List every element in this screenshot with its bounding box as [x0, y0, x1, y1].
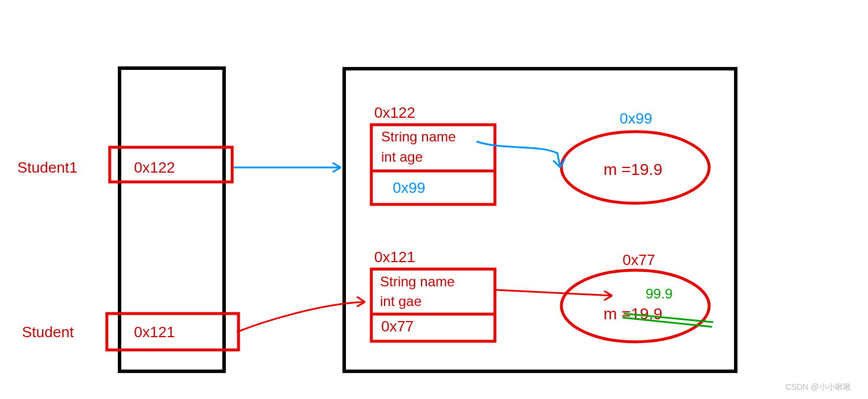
diagram-svg [0, 0, 868, 399]
svg-rect-0 [120, 68, 224, 371]
svg-line-11 [623, 318, 712, 327]
svg-rect-1 [110, 147, 232, 182]
svg-line-10 [624, 314, 713, 322]
svg-rect-6 [371, 269, 495, 341]
svg-rect-4 [371, 125, 495, 204]
svg-rect-3 [344, 69, 736, 371]
svg-point-8 [561, 132, 709, 203]
svg-point-9 [561, 270, 709, 342]
svg-rect-2 [107, 314, 239, 350]
